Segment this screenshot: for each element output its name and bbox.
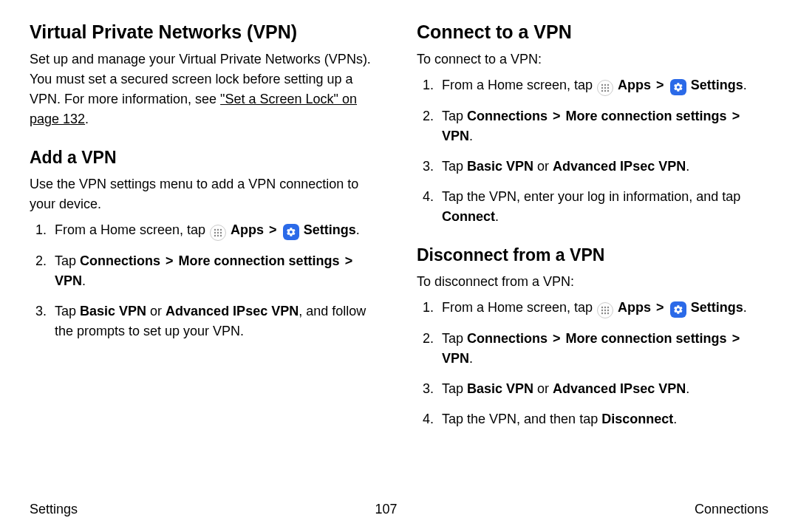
- chevron-icon: >: [731, 331, 742, 346]
- list-item: Tap Connections > More connection settin…: [50, 251, 381, 291]
- chevron-icon: >: [655, 78, 666, 92]
- list-item: From a Home screen, tap Apps > Settings.: [437, 75, 768, 96]
- add-intro: Use the VPN settings menu to add a VPN c…: [30, 174, 381, 214]
- footer-right: Connections: [695, 502, 768, 517]
- heading-add-vpn: Add a VPN: [30, 147, 381, 168]
- svg-point-17: [607, 90, 609, 92]
- svg-point-3: [214, 232, 216, 233]
- list-item: Tap the VPN, and then tap Disconnect.: [437, 409, 768, 429]
- apps-icon: [597, 302, 613, 318]
- apps-label: Apps: [231, 222, 264, 237]
- settings-icon: [670, 79, 686, 95]
- apps-icon: [597, 80, 613, 96]
- svg-point-14: [607, 87, 609, 89]
- svg-point-25: [604, 313, 606, 314]
- apps-label: Apps: [618, 300, 651, 315]
- chevron-icon: >: [655, 300, 666, 315]
- chevron-icon: >: [344, 253, 355, 268]
- chevron-icon: >: [551, 109, 562, 123]
- disconnect-steps: From a Home screen, tap Apps > Settings.…: [417, 298, 768, 429]
- svg-point-15: [601, 90, 603, 92]
- svg-point-7: [217, 235, 219, 236]
- settings-label: Settings: [304, 222, 356, 237]
- svg-point-21: [601, 310, 603, 311]
- chevron-icon: >: [267, 222, 279, 237]
- svg-point-13: [604, 87, 606, 89]
- footer-left: Settings: [30, 502, 78, 517]
- intro-post: .: [85, 112, 89, 126]
- settings-icon: [283, 224, 299, 240]
- svg-point-23: [607, 310, 609, 311]
- list-item: Tap Basic VPN or Advanced IPsec VPN, and…: [50, 301, 381, 341]
- left-column: Virtual Private Networks (VPN) Set up an…: [30, 21, 381, 494]
- apps-label: Apps: [618, 78, 651, 92]
- intro-paragraph: Set up and manage your Virtual Private N…: [30, 50, 381, 129]
- svg-point-19: [604, 307, 606, 308]
- page-number: 107: [375, 502, 397, 517]
- settings-icon: [670, 301, 686, 318]
- chevron-icon: >: [731, 109, 742, 123]
- svg-point-11: [607, 84, 609, 86]
- connect-intro: To connect to a VPN:: [417, 50, 768, 69]
- svg-point-22: [604, 310, 606, 311]
- list-item: From a Home screen, tap Apps > Settings.: [50, 220, 381, 241]
- apps-icon: [210, 225, 226, 241]
- svg-point-5: [220, 232, 222, 233]
- svg-point-18: [601, 307, 603, 308]
- svg-point-9: [601, 84, 603, 86]
- list-item: Tap Connections > More connection settin…: [437, 329, 768, 369]
- svg-point-16: [604, 90, 606, 92]
- svg-point-1: [217, 229, 219, 231]
- svg-point-12: [601, 87, 603, 89]
- svg-point-0: [214, 229, 216, 231]
- chevron-icon: >: [164, 253, 175, 268]
- svg-point-2: [220, 229, 222, 231]
- list-item: Tap Connections > More connection settin…: [437, 106, 768, 146]
- page-footer: Settings 107 Connections: [30, 502, 768, 517]
- list-item: Tap Basic VPN or Advanced IPsec VPN.: [437, 157, 768, 177]
- right-column: Connect to a VPN To connect to a VPN: Fr…: [417, 21, 768, 494]
- svg-point-4: [217, 232, 219, 233]
- svg-point-10: [604, 84, 606, 86]
- heading-connect-vpn: Connect to a VPN: [417, 21, 768, 44]
- list-item: Tap the VPN, enter your log in informati…: [437, 187, 768, 227]
- heading-vpn: Virtual Private Networks (VPN): [30, 21, 381, 44]
- svg-point-6: [214, 235, 216, 236]
- svg-point-20: [607, 307, 609, 308]
- settings-label: Settings: [691, 300, 743, 315]
- svg-point-8: [220, 235, 222, 236]
- heading-disconnect-vpn: Disconnect from a VPN: [417, 245, 768, 266]
- chevron-icon: >: [551, 331, 562, 346]
- svg-point-26: [607, 313, 609, 314]
- settings-label: Settings: [691, 78, 743, 92]
- list-item: Tap Basic VPN or Advanced IPsec VPN.: [437, 379, 768, 399]
- connect-steps: From a Home screen, tap Apps > Settings.…: [417, 75, 768, 227]
- add-vpn-steps: From a Home screen, tap Apps > Settings.…: [30, 220, 381, 341]
- svg-point-24: [601, 313, 603, 314]
- disconnect-intro: To disconnect from a VPN:: [417, 272, 768, 292]
- list-item: From a Home screen, tap Apps > Settings.: [437, 298, 768, 318]
